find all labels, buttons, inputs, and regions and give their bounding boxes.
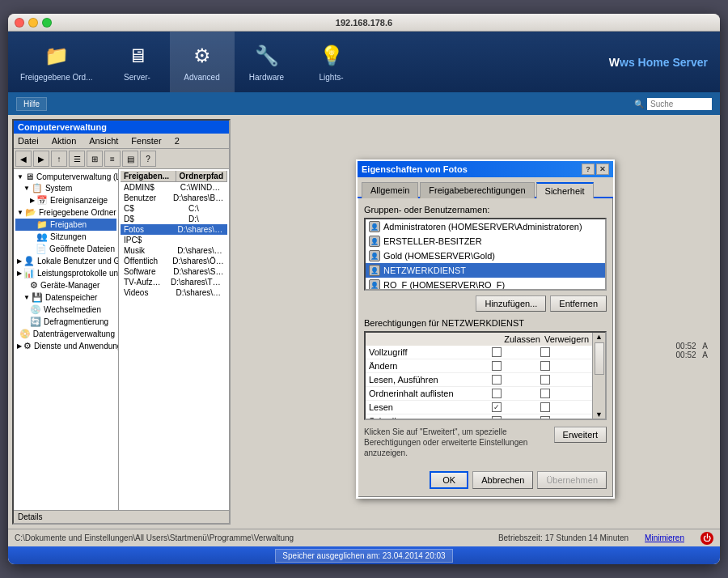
minimize-link[interactable]: Minimieren xyxy=(645,533,684,542)
list-row-fotos[interactable]: FotosD:\shares\Fotos xyxy=(121,224,227,235)
advanced-button[interactable]: Erweitert xyxy=(554,427,607,443)
tree-item-benutzer[interactable]: ▶👤Lokale Benutzer und Gruppe xyxy=(15,255,116,267)
list-row-ipc[interactable]: IPC$ xyxy=(121,235,227,245)
header-pfad[interactable]: Ordnerpfad xyxy=(176,171,227,181)
perm-col-deny: Verweigern xyxy=(544,334,589,344)
perm-lesen-aus-allow[interactable] xyxy=(492,375,502,385)
list-row-software[interactable]: SoftwareD:\shares\Software xyxy=(121,266,227,277)
list-row-tv[interactable]: TV-Aufzeich...D:\shares\TV-Aufze... xyxy=(121,277,227,287)
toolbar-up[interactable]: ↑ xyxy=(51,151,67,167)
remove-user-button[interactable]: Entfernen xyxy=(550,295,607,312)
tree-item-freigabe-ordner[interactable]: ▼📂Freigegebene Ordner xyxy=(15,206,116,219)
user-icon-netzwerk: 👤 xyxy=(369,265,380,276)
toolbar-view4[interactable]: ▤ xyxy=(122,151,138,167)
perm-row-schreiben: Schreiben xyxy=(366,414,592,419)
user-item-ersteller[interactable]: 👤 ERSTELLER-BESITZER xyxy=(366,234,605,249)
tree-item-wechsel[interactable]: 💿Wechselmedien xyxy=(15,304,116,316)
perm-ordner-deny[interactable] xyxy=(540,389,550,398)
perm-lesen-aus-deny[interactable] xyxy=(540,375,550,385)
perm-name-lesen-aus: Lesen, Ausführen xyxy=(369,375,492,385)
tab-allgemein[interactable]: Allgemein xyxy=(362,182,418,198)
menu-aktion[interactable]: Aktion xyxy=(49,135,79,147)
list-row-benutzer[interactable]: BenutzerD:\shares\Benutzer xyxy=(121,193,227,203)
toolbar-forward[interactable]: ▶ xyxy=(33,151,49,167)
header-freigaben[interactable]: Freigaben... xyxy=(121,171,176,181)
toolbar-item-server[interactable]: 🖥 Server- xyxy=(105,32,170,92)
search-label: 🔍 xyxy=(634,100,644,108)
search-input[interactable] xyxy=(647,98,712,110)
list-row-videos[interactable]: VideosD:\shares\Videos xyxy=(121,287,227,298)
list-row-admin[interactable]: ADMIN$C:\WINDOWS xyxy=(121,182,227,193)
tree-item-geoffnete[interactable]: 📄Geöffnete Dateien xyxy=(15,243,116,255)
menu-fenster[interactable]: Fenster xyxy=(129,135,163,147)
user-item-netzwerk[interactable]: 👤 NETZWERKDIENST xyxy=(366,263,605,278)
tree-item-sitzungen[interactable]: 👥Sitzungen xyxy=(15,231,116,243)
tree-item-geraete[interactable]: ⚙Geräte-Manager xyxy=(15,279,116,291)
toolbar-item-hardware[interactable]: 🔧 Hardware xyxy=(235,32,299,92)
properties-dialog: Eigenschaften von Fotos ? ✕ Allgemein Fr… xyxy=(356,159,615,499)
toolbar-item-lights[interactable]: 💡 Lights- xyxy=(299,32,364,92)
timestamp-1: 00:52 A xyxy=(676,342,708,351)
user-item-gold[interactable]: 👤 Gold (HOMESERVER\Gold) xyxy=(366,249,605,263)
user-item-admin[interactable]: 👤 Administratoren (HOMESERVER\Administra… xyxy=(366,219,605,234)
scroll-thumb[interactable] xyxy=(595,342,604,375)
modal-close-button[interactable]: ✕ xyxy=(596,164,609,175)
apply-button[interactable]: Übernehmen xyxy=(537,471,607,489)
tree-item-datenspeicher[interactable]: ▼💾Datenspeicher xyxy=(15,291,116,304)
user-list[interactable]: 👤 Administratoren (HOMESERVER\Administra… xyxy=(364,218,607,291)
cm-tree[interactable]: ▼🖥Computerverwaltung (Lokal) ▼📋System ▶📅… xyxy=(14,169,119,510)
perm-vollzugriff-allow[interactable] xyxy=(492,347,502,357)
menu-2[interactable]: 2 xyxy=(172,135,182,147)
modal-help-button[interactable]: ? xyxy=(582,164,595,175)
help-button[interactable]: Hilfe xyxy=(16,97,47,111)
perm-lesen-deny[interactable] xyxy=(540,402,550,412)
perm-aendern-allow[interactable] xyxy=(492,361,502,371)
toolbar-view1[interactable]: ☰ xyxy=(69,151,85,167)
tree-item-datentraeger[interactable]: 📀Datenträgerverwaltung xyxy=(15,328,116,340)
toolbar-help[interactable]: ? xyxy=(140,151,156,167)
tree-item-freigaben[interactable]: 📁Freigaben xyxy=(15,219,116,231)
tab-sicherheit[interactable]: Sicherheit xyxy=(536,182,594,198)
toolbar-view2[interactable]: ⊞ xyxy=(87,151,103,167)
cancel-button[interactable]: Abbrechen xyxy=(472,471,533,489)
cm-content: ▼🖥Computerverwaltung (Lokal) ▼📋System ▶📅… xyxy=(14,169,229,510)
mac-close-button[interactable] xyxy=(15,18,24,28)
add-user-button[interactable]: Hinzufügen... xyxy=(476,295,546,312)
perm-schreiben-deny[interactable] xyxy=(540,416,550,419)
menu-datei[interactable]: Datei xyxy=(15,135,41,147)
tab-freigabe[interactable]: Freigabeberechtigungen xyxy=(420,182,534,198)
list-row-oeffentlich[interactable]: ÖffentlichD:\shares\Öffentlich xyxy=(121,256,227,266)
toolbar-item-advanced[interactable]: ⚙ Advanced xyxy=(170,32,235,92)
perm-schreiben-allow[interactable] xyxy=(492,416,502,419)
user-name-rof: RO_F (HOMESERVER\RO_F) xyxy=(383,280,505,290)
scroll-down[interactable]: ▼ xyxy=(595,410,603,419)
permissions-box: Zulassen Verweigern Vollzugriff Ändern xyxy=(364,331,607,420)
tree-item-defrag[interactable]: 🔄Defragmentierung xyxy=(15,316,116,328)
user-item-rof[interactable]: 👤 RO_F (HOMESERVER\RO_F) xyxy=(366,278,605,291)
tree-item-root[interactable]: ▼🖥Computerverwaltung (Lokal) xyxy=(15,171,116,182)
perm-lesen-allow[interactable] xyxy=(492,402,502,412)
tree-item-ereignis[interactable]: ▶📅Ereignisanzeige xyxy=(15,194,116,206)
list-row-musik[interactable]: MusikD:\shares\Musik xyxy=(121,245,227,256)
perm-aendern-deny[interactable] xyxy=(540,361,550,371)
perm-row-aendern: Ändern xyxy=(366,359,592,373)
mac-minimize-button[interactable] xyxy=(28,18,38,28)
perm-scrollbar[interactable]: ▲ ▼ xyxy=(592,333,605,419)
tree-item-dienste[interactable]: ▶⚙Dienste und Anwendungen xyxy=(15,340,116,352)
taskbar-item[interactable]: Speicher ausgeglichen am: 23.04.2014 20:… xyxy=(275,549,452,563)
perm-ordner-allow[interactable] xyxy=(492,389,502,398)
toolbar-back[interactable]: ◀ xyxy=(15,151,32,167)
tree-item-system[interactable]: ▼📋System xyxy=(15,182,116,194)
list-row-c[interactable]: C$C:\ xyxy=(121,203,227,214)
scroll-up[interactable]: ▲ xyxy=(595,333,603,341)
toolbar-view3[interactable]: ≡ xyxy=(104,151,121,167)
permissions-label: Berechtigungen für NETZWERKDIENST xyxy=(364,318,607,328)
power-button[interactable]: ⏻ xyxy=(700,532,713,545)
toolbar-item-freigaben[interactable]: 📁 Freigegebene Ord... xyxy=(8,32,105,92)
ok-button[interactable]: OK xyxy=(430,471,468,489)
menu-ansicht[interactable]: Ansicht xyxy=(87,135,121,147)
perm-vollzugriff-deny[interactable] xyxy=(540,347,550,357)
tree-item-leistung[interactable]: ▶📊Leistungsprotokolle und War xyxy=(15,267,116,279)
list-row-d[interactable]: D$D:\ xyxy=(121,214,227,224)
mac-maximize-button[interactable] xyxy=(42,18,52,28)
